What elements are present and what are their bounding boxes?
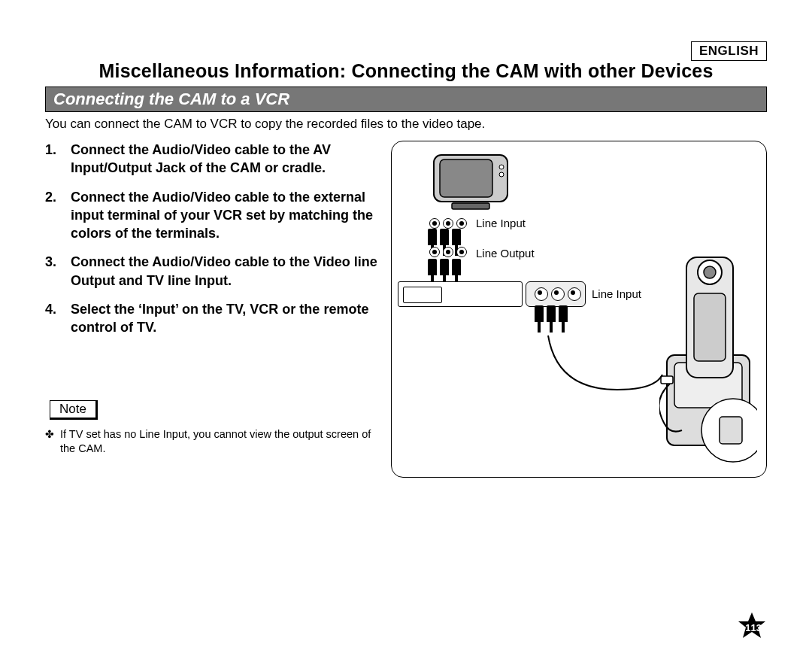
step-text: Connect the Audio/Video cable to the Vid… [71, 253, 377, 290]
diagram-column: Line Input Line Output [391, 141, 767, 478]
section-heading-bar: Connecting the CAM to a VCR [45, 87, 767, 112]
step-number: 2. [45, 188, 71, 243]
step-item: 3. Connect the Audio/Video cable to the … [45, 253, 377, 290]
step-item: 1. Connect the Audio/Video cable to the … [45, 141, 377, 178]
instructions-column: 1. Connect the Audio/Video cable to the … [45, 141, 377, 478]
language-indicator: ENGLISH [691, 41, 767, 61]
intro-text: You can connect the CAM to VCR to copy t… [45, 117, 767, 132]
note-label: Note [59, 402, 86, 416]
step-item: 2. Connect the Audio/Video cable to the … [45, 188, 377, 243]
page-title: Miscellaneous Information: Connecting th… [45, 60, 767, 82]
step-list: 1. Connect the Audio/Video cable to the … [45, 141, 377, 337]
step-text: Select the ‘Input’ on the TV, VCR or the… [71, 300, 377, 337]
manual-page: ENGLISH Miscellaneous Information: Conne… [0, 0, 812, 662]
page-number: 113 [745, 622, 762, 633]
section-heading: Connecting the CAM to a VCR [53, 90, 289, 108]
step-text: Connect the Audio/Video cable to the AV … [71, 141, 377, 178]
step-number: 1. [45, 141, 71, 178]
step-number: 3. [45, 253, 71, 290]
cable-path-icon [392, 141, 767, 478]
step-number: 4. [45, 300, 71, 337]
note-list: ✤ If TV set has no Line Input, you canno… [45, 427, 377, 457]
step-text: Connect the Audio/Video cable to the ext… [71, 188, 377, 243]
note-text: If TV set has no Line Input, you cannot … [60, 427, 377, 457]
note-label-box: Note [50, 400, 98, 420]
note-item: ✤ If TV set has no Line Input, you canno… [45, 427, 377, 457]
step-item: 4. Select the ‘Input’ on the TV, VCR or … [45, 300, 377, 337]
connection-diagram: Line Input Line Output [391, 141, 767, 478]
maltese-bullet-icon: ✤ [45, 427, 60, 457]
